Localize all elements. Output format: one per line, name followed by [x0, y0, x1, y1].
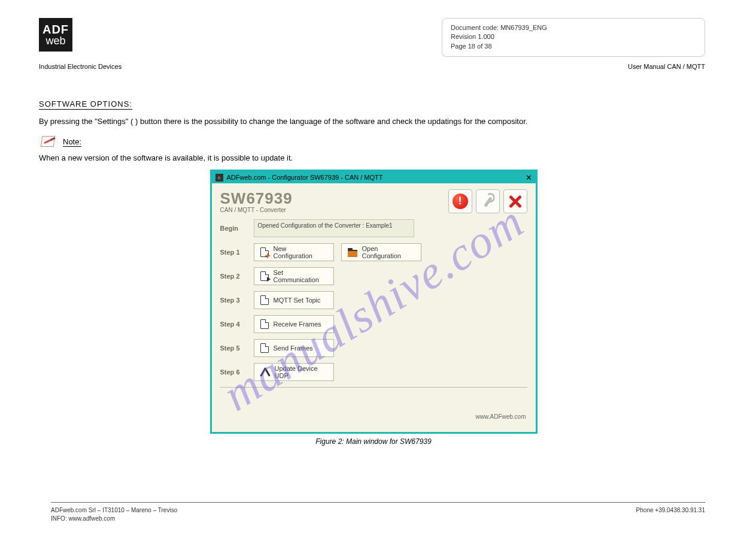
new-configuration-button[interactable]: New Configuration: [254, 243, 334, 261]
tools-icon: [260, 367, 270, 377]
step-4-label: Step 4: [220, 321, 247, 328]
note-label: Note:: [63, 137, 81, 147]
close-icon[interactable]: ✕: [526, 173, 532, 182]
logo: ADF web: [39, 18, 72, 52]
open-configuration-label: Open Configuration: [362, 245, 415, 259]
set-communication-label: Set Communication: [274, 269, 327, 283]
receive-frames-label: Receive Frames: [274, 321, 321, 328]
manual-title: User Manual CAN / MQTT: [628, 63, 705, 70]
folder-icon: [348, 250, 357, 257]
file-icon: [260, 295, 269, 305]
new-configuration-label: New Configuration: [274, 245, 327, 259]
update-device-udp-label: Update Device UDP: [275, 365, 327, 379]
update-device-udp-button[interactable]: Update Device UDP: [254, 363, 334, 381]
set-communication-button[interactable]: Set Communication: [254, 267, 334, 285]
divider: [220, 387, 527, 388]
document-info-box: Document code: MN67939_ENG Revision 1.00…: [442, 18, 705, 57]
mqtt-set-topic-button[interactable]: MQTT Set Topic: [254, 291, 334, 309]
step-3-label: Step 3: [220, 297, 247, 304]
send-frames-button[interactable]: Send Frames: [254, 339, 334, 357]
app-subtitle: CAN / MQTT - Converter: [220, 207, 293, 213]
mqtt-set-topic-label: MQTT Set Topic: [274, 297, 321, 304]
cross-icon: [508, 194, 523, 208]
page-number: Page 18 of 38: [451, 42, 696, 51]
footer-right-1: Phone +39.0438.30.91.31: [636, 506, 705, 515]
body-text: By pressing the "Settings" ( ) button th…: [39, 116, 708, 128]
file-icon: [260, 343, 269, 353]
file-arrow-icon: [260, 271, 269, 281]
step-5-label: Step 5: [220, 344, 247, 352]
app-icon: ⌂: [215, 174, 223, 182]
app-title: SW67939: [220, 189, 293, 208]
application-window: ⌂ ADFweb.com - Configurator SW67939 - CA…: [210, 170, 538, 434]
titlebar: ⌂ ADFweb.com - Configurator SW67939 - CA…: [212, 171, 536, 183]
step-6-label: Step 6: [220, 368, 247, 376]
new-file-icon: [260, 247, 269, 257]
info-button[interactable]: [448, 189, 472, 213]
note-icon: [39, 135, 57, 150]
titlebar-text: ADFweb.com - Configurator SW67939 - CAN …: [227, 174, 383, 181]
step-2-label: Step 2: [220, 273, 247, 280]
close-button[interactable]: [503, 189, 527, 213]
page-footer: ADFweb.com Srl – IT31010 – Mareno – Trev…: [51, 502, 705, 523]
receive-frames-button[interactable]: Receive Frames: [254, 315, 334, 333]
step-1-label: Step 1: [220, 249, 247, 256]
begin-label: Begin: [220, 225, 247, 232]
figure-caption: Figure 2: Main window for SW67939: [315, 437, 431, 446]
logo-line2: web: [45, 35, 65, 46]
logo-line1: ADF: [42, 23, 69, 35]
open-configuration-button[interactable]: Open Configuration: [341, 243, 421, 261]
begin-text: Opened Configuration of the Converter : …: [254, 219, 414, 237]
document-code: Document code: MN67939_ENG: [451, 23, 696, 32]
app-footer-url: www.ADFweb.com: [476, 413, 526, 420]
footer-left-1: ADFweb.com Srl – IT31010 – Mareno – Trev…: [51, 506, 177, 515]
file-icon: [260, 319, 269, 329]
section-heading: SOFTWARE OPTIONS:: [39, 99, 132, 110]
footer-left-2: INFO: www.adfweb.com: [51, 515, 177, 523]
revision: Revision 1.000: [451, 32, 696, 41]
info-icon: [453, 194, 468, 209]
wrench-icon: [481, 194, 495, 208]
reader-left: Industrial Electronic Devices: [39, 63, 122, 70]
settings-button[interactable]: [476, 189, 500, 213]
note-text: When a new version of the software is av…: [39, 152, 708, 164]
send-frames-label: Send Frames: [274, 344, 313, 352]
